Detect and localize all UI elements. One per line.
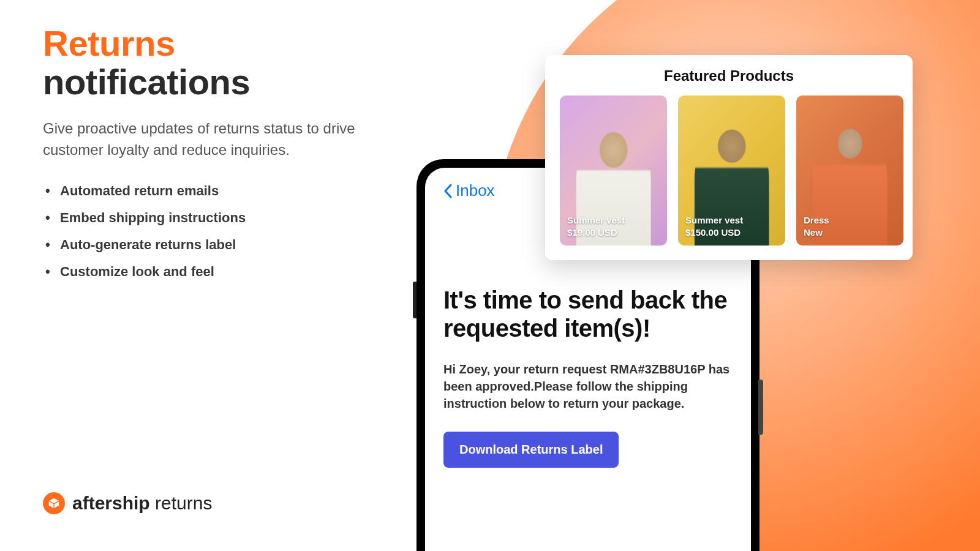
product-card[interactable]: Summer vest $150.00 USD [678,96,785,246]
product-name: Summer vest [685,214,743,227]
brand-light: returns [150,493,213,513]
brand-logo: aftership returns [43,492,212,514]
title-accent: Returns [43,23,175,63]
brand-bold: aftership [72,493,150,513]
chevron-left-icon [443,184,452,198]
product-price: New [804,227,829,239]
email-body: Hi Zoey, your return request RMA#3ZB8U16… [443,361,733,412]
phone-side-button [758,380,763,435]
page-title: Returns notifications [43,24,361,101]
product-card[interactable]: Summer vest $19.00 USD [560,96,667,246]
product-price: $150.00 USD [685,227,743,239]
product-price: $19.00 USD [567,227,625,239]
page-subtitle: Give proactive updates of returns status… [43,118,361,161]
email-title: It's time to send back the requested ite… [443,286,733,342]
inbox-label: Inbox [456,181,495,200]
phone-side-button [413,282,417,318]
product-row: Summer vest $19.00 USD Summer vest $150.… [560,96,898,246]
aftership-icon [43,492,65,514]
product-card[interactable]: Dress New [796,96,903,246]
feature-item: Auto-generate returns label [43,237,361,253]
featured-heading: Featured Products [560,67,898,84]
feature-item: Embed shipping instructions [43,210,361,226]
product-label: Dress New [804,214,829,238]
product-name: Dress [804,214,829,227]
hero-left-column: Returns notifications Give proactive upd… [43,24,361,291]
download-returns-label-button[interactable]: Download Returns Label [443,432,619,468]
product-name: Summer vest [567,214,625,227]
feature-item: Automated return emails [43,183,361,199]
feature-item: Customize look and feel [43,264,361,280]
brand-text: aftership returns [72,493,212,514]
product-label: Summer vest $19.00 USD [567,214,625,238]
feature-list: Automated return emails Embed shipping i… [43,183,361,280]
title-rest: notifications [43,62,250,102]
featured-products-card: Featured Products Summer vest $19.00 USD… [545,55,913,260]
product-label: Summer vest $150.00 USD [685,214,743,238]
